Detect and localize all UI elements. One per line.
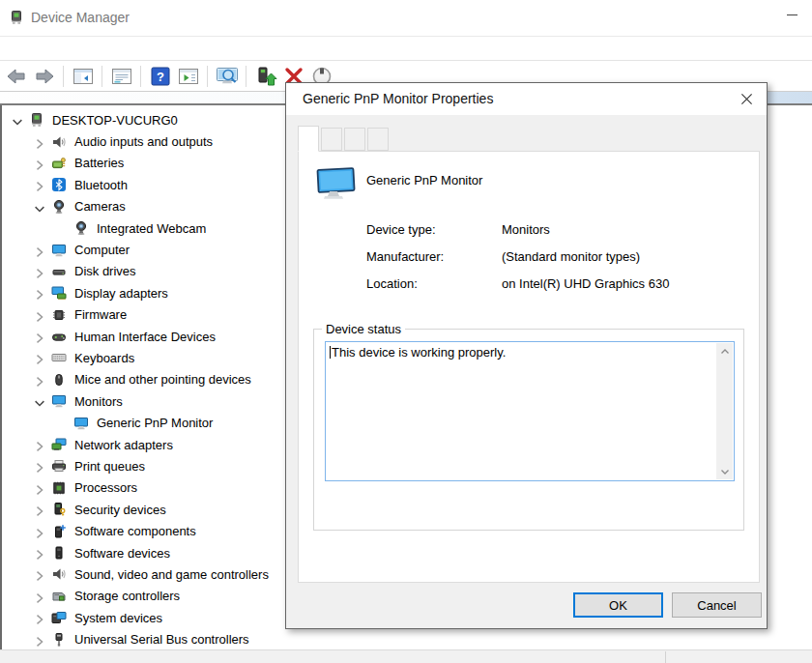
scroll-up-button[interactable]: [716, 343, 733, 360]
chevron-collapsed-icon[interactable]: [30, 545, 49, 561]
tab-general[interactable]: [298, 126, 319, 152]
general-tab-page: Generic PnP Monitor Device type: Monitor…: [298, 151, 760, 583]
chevron-collapsed-icon[interactable]: [30, 264, 49, 279]
menu-bar: [0, 37, 812, 61]
close-icon: [740, 93, 753, 105]
camera-icon: [51, 199, 67, 215]
chevron-placeholder: [52, 416, 72, 431]
device-status-textbox[interactable]: This device is working properly.: [325, 341, 735, 481]
speaker-icon: [51, 134, 67, 150]
field-row-location: Location: on Intel(R) UHD Graphics 630: [366, 270, 669, 297]
chevron-collapsed-icon[interactable]: [30, 329, 49, 344]
monitor-icon: [51, 243, 67, 258]
chevron-collapsed-icon[interactable]: [30, 524, 49, 539]
toolbar-console-tree-icon[interactable]: [70, 64, 96, 89]
toolbar-separator: [140, 66, 141, 87]
dialog-close-button[interactable]: [734, 88, 759, 110]
scroll-down-button[interactable]: [716, 463, 733, 479]
device-name: Generic PnP Monitor: [366, 173, 482, 187]
action-pane-icon: [177, 65, 200, 88]
tab-details[interactable]: [344, 128, 365, 151]
toolbar-properties-icon[interactable]: [108, 64, 134, 89]
toolbar-update-driver-icon[interactable]: [252, 64, 278, 89]
toolbar-action-pane-icon[interactable]: [175, 64, 201, 89]
keyboard-icon: [51, 350, 67, 365]
chevron-collapsed-icon[interactable]: [30, 372, 49, 388]
device-manager-app-icon: [9, 10, 24, 25]
toolbar-separator: [246, 66, 246, 87]
scroll-up-icon: [720, 347, 730, 357]
firmware-icon: [51, 307, 67, 323]
toolbar-forward-icon[interactable]: [31, 64, 57, 89]
monitor-icon: [73, 416, 89, 431]
toolbar-separator: [207, 66, 208, 87]
battery-icon: [51, 156, 67, 171]
dialog-title: Generic PnP Monitor Properties: [303, 83, 493, 115]
chevron-placeholder: [52, 220, 72, 236]
software-device-icon: [51, 545, 67, 561]
chevron-collapsed-icon[interactable]: [30, 502, 49, 517]
display-adapter-icon: [51, 285, 67, 301]
chevron-collapsed-icon[interactable]: [30, 177, 49, 192]
speaker-icon: [51, 566, 67, 582]
toolbar-separator: [102, 66, 102, 87]
minimize-icon: [787, 14, 798, 15]
camera-icon: [73, 220, 89, 236]
screen: { "colors": { "accent": "#0078d7", "focu…: [0, 0, 812, 663]
dialog-titlebar: Generic PnP Monitor Properties: [286, 83, 767, 115]
disk-icon: [51, 264, 67, 279]
scroll-down-icon: [720, 467, 730, 476]
dialog-buttons: OK Cancel: [286, 592, 767, 618]
chevron-collapsed-icon[interactable]: [30, 480, 49, 496]
chevron-collapsed-icon[interactable]: [30, 632, 49, 648]
storage-icon: [51, 589, 67, 604]
toolbar-back-icon[interactable]: [3, 64, 29, 89]
cancel-button[interactable]: Cancel: [672, 592, 762, 618]
scan-hardware-icon: [216, 65, 239, 88]
printer-icon: [51, 458, 67, 474]
mouse-icon: [51, 372, 67, 388]
toolbar-help-icon[interactable]: ?: [147, 64, 173, 89]
help-icon: ?: [149, 65, 172, 88]
chevron-expanded-icon[interactable]: [30, 393, 49, 409]
chevron-collapsed-icon[interactable]: [30, 243, 49, 258]
field-row-manufacturer: Manufacturer: (Standard monitor types): [366, 243, 669, 270]
ok-button[interactable]: OK: [573, 592, 663, 618]
device-info-fields: Device type: Monitors Manufacturer: (Sta…: [366, 216, 669, 297]
toolbar-separator: [63, 66, 64, 87]
computer-root-icon: [29, 112, 44, 128]
hid-icon: [51, 329, 67, 344]
dialog-tabs: [298, 126, 391, 151]
chevron-collapsed-icon[interactable]: [30, 437, 49, 452]
security-icon: [51, 502, 67, 517]
network-icon: [51, 437, 67, 452]
chevron-collapsed-icon[interactable]: [30, 285, 49, 301]
chevron-collapsed-icon[interactable]: [30, 350, 49, 365]
status-strip-divider: [665, 651, 666, 663]
chevron-collapsed-icon[interactable]: [30, 566, 49, 582]
tree-item-universal-serial-bus-controllers[interactable]: Universal Serial Bus controllers: [2, 628, 812, 649]
device-status-text: This device is working properly.: [332, 345, 506, 360]
bluetooth-icon: [51, 177, 67, 192]
update-driver-icon: [254, 65, 277, 88]
forward-icon: [33, 65, 56, 88]
chevron-expanded-icon[interactable]: [30, 199, 49, 215]
chevron-collapsed-icon[interactable]: [30, 589, 49, 604]
system-icon: [51, 610, 67, 625]
toolbar-scan-hardware-icon[interactable]: [214, 64, 240, 89]
device-status-group: Device status This device is working pro…: [313, 329, 744, 531]
chevron-collapsed-icon[interactable]: [30, 134, 49, 150]
chevron-collapsed-icon[interactable]: [30, 307, 49, 323]
software-component-icon: [51, 524, 67, 539]
chevron-collapsed-icon[interactable]: [30, 610, 49, 625]
status-scrollbar[interactable]: [716, 343, 733, 479]
chevron-expanded-icon[interactable]: [8, 112, 27, 128]
minimize-button[interactable]: [777, 0, 806, 29]
chevron-collapsed-icon[interactable]: [30, 156, 49, 171]
chevron-collapsed-icon[interactable]: [30, 458, 49, 474]
tab-events[interactable]: [367, 128, 389, 151]
monitor-icon: [51, 393, 67, 409]
svg-text:?: ?: [157, 70, 164, 84]
tab-driver[interactable]: [321, 128, 342, 151]
back-icon: [5, 65, 28, 88]
